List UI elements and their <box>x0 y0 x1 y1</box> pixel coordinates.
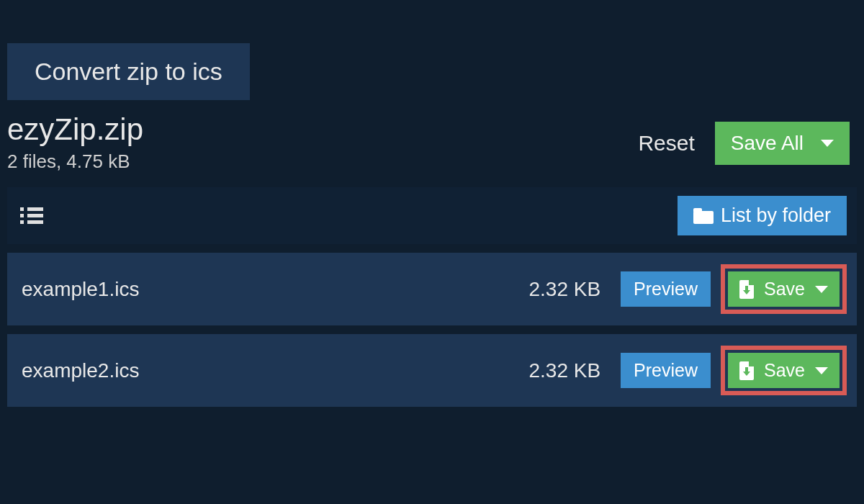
file-size: 2.32 KB <box>528 278 600 301</box>
file-row: example1.ics 2.32 KB Preview Save <box>7 253 857 325</box>
chevron-down-icon <box>821 140 834 147</box>
file-actions: Preview Save <box>621 346 847 395</box>
preview-button[interactable]: Preview <box>621 271 711 307</box>
tab-bar: Convert zip to ics <box>0 0 864 100</box>
chevron-down-icon <box>815 286 828 293</box>
folder-open-icon <box>693 208 714 224</box>
header-right: Reset Save All <box>638 122 850 165</box>
preview-label: Preview <box>634 279 698 300</box>
save-label: Save <box>764 360 805 381</box>
file-name: example2.ics <box>22 359 528 382</box>
highlight-box: Save <box>721 264 847 314</box>
file-name: example1.ics <box>22 278 528 301</box>
file-actions: Preview Save <box>621 264 847 314</box>
highlight-box: Save <box>721 346 847 395</box>
file-download-icon <box>739 361 754 380</box>
tab-convert[interactable]: Convert zip to ics <box>7 43 250 100</box>
file-list-area: List by folder example1.ics 2.32 KB Prev… <box>0 187 864 407</box>
file-size: 2.32 KB <box>528 359 600 382</box>
save-button[interactable]: Save <box>728 353 840 388</box>
list-by-folder-label: List by folder <box>721 204 831 227</box>
tab-label: Convert zip to ics <box>35 58 222 85</box>
chevron-down-icon <box>815 367 828 374</box>
save-all-button[interactable]: Save All <box>715 122 850 165</box>
file-row: example2.ics 2.32 KB Preview Save <box>7 334 857 407</box>
list-toolbar: List by folder <box>7 187 857 244</box>
reset-link[interactable]: Reset <box>638 131 694 156</box>
save-button[interactable]: Save <box>728 271 840 307</box>
header: ezyZip.zip 2 files, 4.75 kB Reset Save A… <box>0 100 864 187</box>
list-icon[interactable] <box>17 204 46 227</box>
archive-meta: 2 files, 4.75 kB <box>7 150 143 173</box>
preview-label: Preview <box>634 360 698 381</box>
header-left: ezyZip.zip 2 files, 4.75 kB <box>7 113 143 173</box>
list-by-folder-button[interactable]: List by folder <box>678 196 847 235</box>
archive-name: ezyZip.zip <box>7 113 143 146</box>
save-all-label: Save All <box>731 132 804 155</box>
preview-button[interactable]: Preview <box>621 353 711 388</box>
file-download-icon <box>739 280 754 299</box>
save-label: Save <box>764 279 805 300</box>
